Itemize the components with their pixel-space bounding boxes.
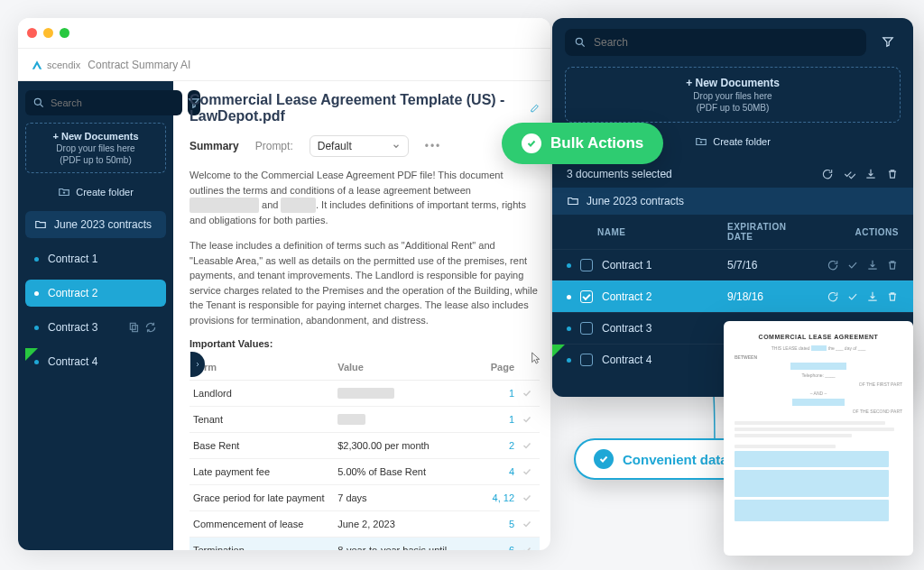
check-icon (522, 414, 532, 425)
important-values-header: Important Values: (189, 338, 540, 349)
row-checkbox[interactable] (580, 259, 593, 271)
row-checkbox[interactable] (580, 290, 593, 303)
table-row[interactable]: Termination 8-year-to-year basis until e… (189, 538, 540, 551)
maximize-icon[interactable] (60, 28, 69, 38)
app-window: scendix Contract Summary AI + New Docume… (18, 18, 550, 550)
col-value: Value (334, 354, 473, 381)
sidebar-item-contract-4[interactable]: Contract 4 (25, 348, 166, 375)
check-icon (522, 519, 532, 529)
create-folder-button[interactable]: Create folder (25, 180, 166, 204)
app-logo: scendix (31, 59, 80, 71)
new-documents-dropzone[interactable]: + New Documents Drop your files here (PD… (25, 123, 166, 173)
status-dot-icon (34, 360, 39, 364)
minimize-icon[interactable] (43, 28, 53, 38)
check-icon (598, 454, 609, 464)
summary-paragraph-1: Welcome to the Commercial Lease Agreemen… (189, 168, 540, 227)
sidebar-item-contract-2[interactable]: Contract 2 (25, 280, 166, 307)
window-controls (27, 28, 69, 38)
check-all-icon[interactable] (843, 168, 855, 180)
table-row[interactable]: Late payment fee 5.00% of Base Rent 4 (189, 459, 540, 485)
overlay-search-input[interactable] (565, 29, 866, 56)
main-content: Commercial Lease Agreement Template (US)… (173, 81, 550, 550)
check-icon (522, 440, 532, 451)
values-table: Term Value Page Landlord ████████ 1 Tena… (189, 354, 540, 550)
check-icon[interactable] (846, 290, 859, 303)
folder-icon (567, 195, 579, 207)
check-icon (526, 138, 537, 149)
prompt-select[interactable]: Default (310, 135, 409, 157)
check-icon (522, 466, 532, 477)
chevron-right-icon (194, 360, 201, 369)
download-icon[interactable] (866, 259, 879, 271)
status-dot-icon (34, 291, 39, 296)
edit-icon[interactable] (530, 102, 540, 115)
sidebar-item-contract-3[interactable]: Contract 3 (25, 314, 166, 341)
refresh-icon[interactable] (827, 290, 839, 303)
overlay-new-documents[interactable]: + New Documents Drop your files here (PD… (565, 67, 901, 123)
trash-icon[interactable] (886, 259, 899, 271)
app-name: Contract Summary AI (88, 59, 190, 71)
document-title: Commercial Lease Agreement Template (US)… (189, 92, 540, 124)
summary-label: Summary (189, 140, 239, 152)
titlebar (18, 18, 550, 49)
document-preview: COMMERCIAL LEASE AGREEMENT THIS LEASE da… (724, 321, 913, 556)
trash-icon[interactable] (886, 168, 899, 180)
more-menu[interactable]: ••• (425, 140, 442, 152)
table-row[interactable]: Base Rent $2,300.00 per month 2 (189, 433, 540, 459)
folder-plus-icon (695, 135, 707, 148)
search-icon (32, 97, 45, 109)
selection-count: 3 documents selected (567, 168, 672, 180)
chevron-down-icon (392, 142, 401, 151)
search-icon (574, 36, 587, 49)
topbar: scendix Contract Summary AI (18, 49, 550, 81)
bulk-action-bar (821, 168, 899, 180)
status-dot-icon (34, 257, 39, 262)
folder-icon (34, 218, 47, 231)
row-checkbox[interactable] (580, 322, 593, 335)
bulk-actions-badge: Bulk Actions (502, 123, 663, 164)
sidebar-folder[interactable]: June 2023 contracts (25, 211, 166, 238)
col-term: Term (189, 354, 334, 381)
status-dot-icon (567, 263, 571, 268)
search-input[interactable] (25, 90, 182, 115)
table-row[interactable]: Grace period for late payment 7 days 4, … (189, 485, 540, 511)
filter-icon (882, 35, 894, 48)
svg-point-0 (34, 98, 41, 105)
document-row[interactable]: Contract 1 5/7/16 (552, 249, 913, 280)
summary-paragraph-2: The lease includes a definition of terms… (189, 238, 540, 327)
status-dot-icon (34, 326, 39, 330)
trash-icon[interactable] (886, 290, 899, 303)
copy-icon[interactable] (128, 321, 141, 334)
sidebar: + New Documents Drop your files here (PD… (18, 81, 173, 550)
check-icon (522, 388, 532, 399)
refresh-icon[interactable] (821, 168, 834, 180)
document-row[interactable]: Contract 2 9/18/16 (552, 280, 913, 312)
table-row[interactable]: Landlord ████████ 1 (189, 381, 540, 407)
folder-plus-icon (58, 186, 70, 198)
status-dot-icon (567, 295, 571, 299)
sidebar-item-contract-1[interactable]: Contract 1 (25, 245, 166, 272)
status-dot-icon (567, 326, 571, 331)
refresh-icon[interactable] (827, 259, 839, 271)
overlay-table-header: NAME EXPIRATION DATE ACTIONS (552, 215, 913, 249)
refresh-icon[interactable] (144, 321, 157, 334)
prompt-label: Prompt: (255, 140, 293, 152)
download-icon[interactable] (866, 290, 879, 303)
overlay-folder-row[interactable]: June 2023 contracts (552, 188, 913, 215)
download-icon[interactable] (864, 168, 877, 180)
table-row[interactable]: Commencement of lease June 2, 2023 5 (189, 511, 540, 538)
svg-point-3 (576, 38, 582, 44)
check-icon (522, 492, 532, 503)
check-icon[interactable] (846, 259, 859, 271)
status-dot-icon (567, 358, 571, 363)
overlay-filter-button[interactable] (875, 29, 901, 54)
table-row[interactable]: Tenant ████ 1 (189, 407, 540, 433)
check-icon (522, 545, 532, 550)
row-checkbox[interactable] (580, 354, 593, 366)
col-page: Page (473, 354, 518, 381)
close-icon[interactable] (27, 28, 37, 38)
